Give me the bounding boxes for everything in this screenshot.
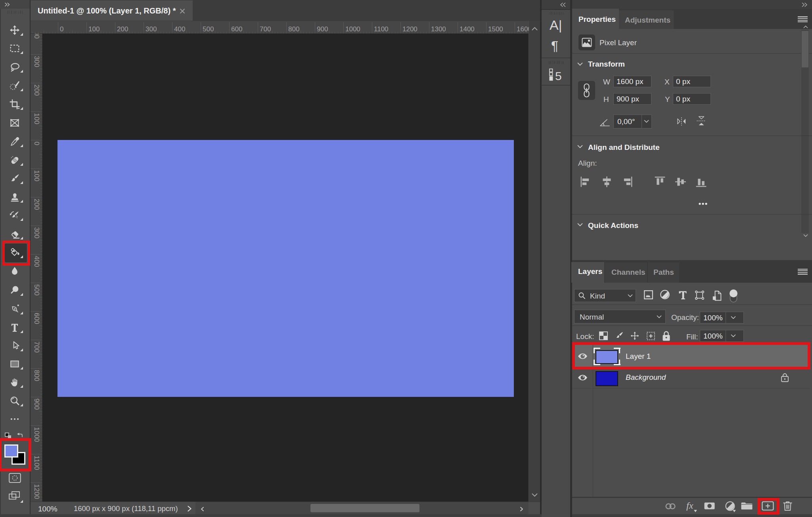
svg-text:5: 5 [555,69,562,81]
